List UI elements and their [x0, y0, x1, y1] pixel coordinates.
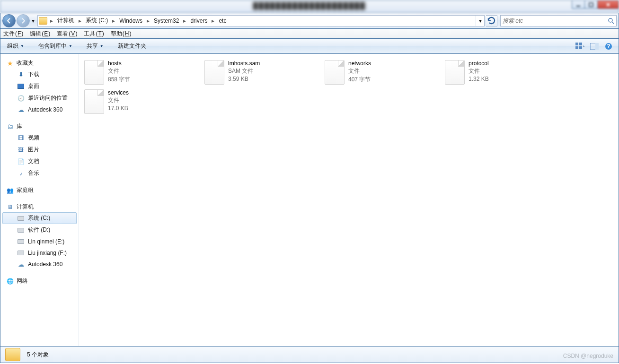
view-options-button[interactable]: [574, 41, 586, 52]
svg-rect-1: [589, 3, 593, 7]
svg-rect-5: [575, 46, 578, 49]
file-size: 1.32 KB: [469, 76, 489, 82]
svg-rect-6: [579, 46, 582, 49]
crumb-system32[interactable]: System32: [151, 17, 181, 24]
menu-file[interactable]: 文件(F): [3, 30, 23, 38]
drive-icon: [17, 226, 25, 234]
svg-rect-0: [576, 6, 580, 7]
window-title-blurred: ████████████████████: [253, 2, 366, 9]
sidebar-item-drive-c[interactable]: 系统 (C:): [2, 212, 77, 224]
favorites-header[interactable]: ★收藏夹: [0, 58, 79, 69]
homegroup-header[interactable]: 👥家庭组: [0, 185, 79, 196]
crumb-c[interactable]: 系统 (C:): [83, 17, 110, 25]
sidebar-item-pictures[interactable]: 🖼图片: [2, 144, 77, 156]
chevron-right-icon[interactable]: ▸: [210, 17, 216, 24]
maximize-button[interactable]: [584, 0, 598, 9]
sidebar-item-downloads[interactable]: ⬇下载: [2, 69, 77, 80]
document-icon: 📄: [17, 158, 25, 165]
file-type: 文件: [108, 67, 130, 75]
file-icon: [325, 60, 345, 85]
address-dropdown[interactable]: ▾: [476, 16, 484, 26]
file-item[interactable]: protocol 文件 1.32 KB: [442, 58, 562, 87]
library-icon: 🗂: [6, 123, 14, 130]
forward-button[interactable]: [17, 14, 30, 27]
cloud-icon: ☁: [17, 106, 25, 113]
menu-edit[interactable]: 编辑(E): [30, 30, 50, 38]
share-button[interactable]: 共享▼: [84, 40, 106, 52]
video-icon: 🎞: [17, 134, 25, 142]
svg-rect-4: [579, 43, 582, 45]
file-list[interactable]: hosts 文件 858 字节 lmhosts.sam SAM 文件 3.59 …: [79, 54, 619, 346]
status-count: 5 个对象: [27, 351, 49, 359]
address-bar[interactable]: ▸ 计算机 ▸ 系统 (C:) ▸ Windows ▸ System32 ▸ d…: [37, 15, 485, 26]
organize-button[interactable]: 组织▼: [4, 40, 27, 52]
sidebar-item-autodesk360-2[interactable]: ☁Autodesk 360: [2, 259, 77, 270]
search-icon: [608, 17, 614, 24]
libraries-header[interactable]: 🗂库: [0, 121, 79, 132]
computer-icon: 🖥: [6, 203, 14, 211]
file-item[interactable]: networks 文件 407 字节: [321, 58, 442, 87]
drive-icon: [17, 249, 25, 257]
computer-header[interactable]: 🖥计算机: [0, 201, 79, 212]
svg-rect-8: [595, 43, 599, 50]
file-size: 17.0 KB: [108, 105, 129, 112]
picture-icon: 🖼: [17, 146, 25, 154]
breadcrumb: ▸ 计算机 ▸ 系统 (C:) ▸ Windows ▸ System32 ▸ d…: [48, 16, 229, 26]
new-folder-button[interactable]: 新建文件夹: [115, 40, 149, 52]
menu-tools[interactable]: 工具(T): [84, 30, 104, 38]
minimize-button[interactable]: [572, 0, 585, 9]
svg-point-2: [609, 18, 612, 22]
svg-text:?: ?: [607, 43, 610, 50]
chevron-right-icon[interactable]: ▸: [145, 17, 151, 24]
explorer-body: ★收藏夹 ⬇下载 桌面 🕘最近访问的位置 ☁Autodesk 360 🗂库 🎞视…: [0, 54, 619, 346]
sidebar-item-recent[interactable]: 🕘最近访问的位置: [2, 92, 77, 104]
desktop-icon: [17, 83, 25, 90]
nav-row: ▾ ▸ 计算机 ▸ 系统 (C:) ▸ Windows ▸ System32 ▸…: [0, 13, 619, 29]
sidebar-item-music[interactable]: ♪音乐: [2, 167, 77, 179]
file-icon: [204, 60, 224, 85]
network-icon: 🌐: [6, 277, 14, 285]
crumb-computer[interactable]: 计算机: [55, 17, 77, 25]
menu-help[interactable]: 帮助(H): [111, 30, 132, 38]
sidebar-item-drive-f[interactable]: Liu jinxiang (F:): [2, 247, 77, 259]
sidebar-item-drive-d[interactable]: 软件 (D:): [2, 224, 77, 236]
include-in-library-button[interactable]: 包含到库中▼: [35, 40, 75, 52]
chevron-right-icon[interactable]: ▸: [48, 17, 55, 24]
file-type: SAM 文件: [228, 67, 260, 75]
file-icon: [445, 60, 465, 85]
history-dropdown[interactable]: ▾: [30, 15, 36, 26]
close-button[interactable]: [597, 0, 619, 9]
file-item[interactable]: services 文件 17.0 KB: [81, 87, 201, 116]
sidebar-item-documents[interactable]: 📄文档: [2, 156, 77, 167]
recent-icon: 🕘: [17, 95, 25, 102]
file-item[interactable]: lmhosts.sam SAM 文件 3.59 KB: [201, 58, 321, 87]
network-group: 🌐网络: [0, 276, 79, 286]
window-titlebar: ████████████████████: [0, 0, 619, 13]
chevron-down-icon: ▼: [69, 44, 72, 48]
favorites-group: ★收藏夹 ⬇下载 桌面 🕘最近访问的位置 ☁Autodesk 360: [0, 58, 79, 115]
crumb-etc[interactable]: etc: [216, 17, 229, 24]
sidebar-item-videos[interactable]: 🎞视频: [2, 132, 77, 144]
search-box[interactable]: [500, 15, 617, 26]
preview-pane-button[interactable]: [588, 41, 601, 52]
libraries-group: 🗂库 🎞视频 🖼图片 📄文档 ♪音乐: [0, 121, 79, 179]
crumb-drivers[interactable]: drivers: [188, 17, 210, 24]
star-icon: ★: [6, 60, 14, 67]
file-icon: [84, 89, 104, 114]
chevron-right-icon[interactable]: ▸: [181, 17, 188, 24]
sidebar-item-autodesk360[interactable]: ☁Autodesk 360: [2, 104, 77, 115]
help-button[interactable]: ?: [602, 41, 615, 52]
search-input[interactable]: [503, 17, 608, 24]
file-size: 858 字节: [108, 76, 130, 84]
sidebar-item-drive-e[interactable]: Lin qinmei (E:): [2, 236, 77, 247]
back-button[interactable]: [2, 14, 16, 27]
crumb-windows[interactable]: Windows: [117, 17, 145, 24]
menu-view[interactable]: 查看(V): [57, 30, 77, 38]
sidebar-item-desktop[interactable]: 桌面: [2, 80, 77, 92]
chevron-right-icon[interactable]: ▸: [77, 17, 83, 24]
chevron-right-icon[interactable]: ▸: [110, 17, 117, 24]
navigation-pane: ★收藏夹 ⬇下载 桌面 🕘最近访问的位置 ☁Autodesk 360 🗂库 🎞视…: [0, 54, 79, 346]
file-item[interactable]: hosts 文件 858 字节: [81, 58, 201, 87]
network-header[interactable]: 🌐网络: [0, 276, 79, 286]
refresh-button[interactable]: [486, 15, 497, 26]
